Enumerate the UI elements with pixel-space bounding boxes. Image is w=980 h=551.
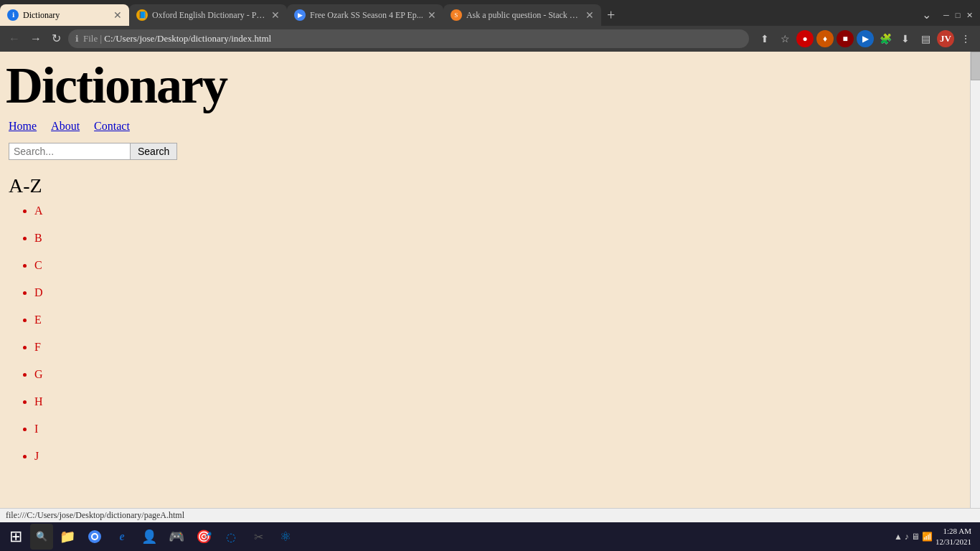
- nav-about[interactable]: About: [51, 120, 80, 133]
- extension-puzzle-icon[interactable]: 🧩: [877, 30, 894, 47]
- tab-close-dictionary[interactable]: ✕: [113, 9, 122, 22]
- letter-link-j[interactable]: J: [34, 450, 39, 462]
- tab-overflow-button[interactable]: ⌄: [918, 4, 936, 26]
- list-item: A: [34, 204, 969, 217]
- list-item: I: [34, 423, 969, 435]
- bookmark-icon[interactable]: ☆: [776, 30, 793, 47]
- az-list: ABCDEFGHIJ: [34, 204, 969, 463]
- search-button[interactable]: Search: [131, 143, 177, 160]
- window-controls: ─ □ ✕: [936, 10, 980, 20]
- tab-oxford[interactable]: 📘 Oxford English Dictionary - PDFD... ✕: [129, 4, 287, 26]
- letter-link-d[interactable]: D: [34, 286, 43, 298]
- forward-button[interactable]: →: [27, 32, 44, 46]
- tab-title-ozark: Free Ozark SS Season 4 EP Ep...: [310, 10, 423, 21]
- close-button[interactable]: ✕: [964, 10, 974, 20]
- list-item: G: [34, 368, 969, 381]
- tab-title-dictionary: Dictionary: [23, 10, 109, 21]
- tab-favicon-dictionary: ℹ: [7, 9, 19, 21]
- page-content: Dictionary Home About Contact Search A-Z…: [0, 52, 980, 522]
- tab-close-stackoverflow[interactable]: ✕: [585, 9, 594, 22]
- toolbar-icons: ⬆ ☆ ● ♦ ■ ▶ 🧩 ⬇ ▤ JV ⋮: [756, 30, 974, 47]
- address-file-label: File |: [83, 33, 104, 44]
- browser-chrome: ℹ Dictionary ✕ 📘 Oxford English Dictiona…: [0, 0, 980, 52]
- tab-close-ozark[interactable]: ✕: [428, 9, 436, 22]
- download-icon[interactable]: ⬇: [897, 30, 914, 47]
- extension-blue-icon[interactable]: ▶: [857, 30, 874, 47]
- nav-links: Home About Contact: [9, 120, 969, 133]
- letter-link-f[interactable]: F: [34, 341, 41, 353]
- user-avatar[interactable]: JV: [937, 30, 954, 47]
- nav-contact[interactable]: Contact: [94, 120, 130, 133]
- tab-close-oxford[interactable]: ✕: [271, 9, 280, 22]
- letter-link-i[interactable]: I: [34, 423, 38, 435]
- tab-bar-right: ⌄ ─ □ ✕: [918, 4, 980, 26]
- az-heading: A-Z: [9, 174, 969, 197]
- list-item: E: [34, 314, 969, 326]
- tab-ozark[interactable]: ▶ Free Ozark SS Season 4 EP Ep... ✕: [287, 4, 443, 26]
- tab-favicon-stackoverflow: S: [451, 9, 462, 21]
- tab-favicon-oxford: 📘: [136, 9, 148, 21]
- extension-red-icon[interactable]: ●: [796, 30, 814, 47]
- address-bar[interactable]: ℹ File | C:/Users/jose/Desktop/dictionar…: [68, 29, 749, 48]
- tab-bar: ℹ Dictionary ✕ 📘 Oxford English Dictiona…: [0, 0, 980, 26]
- tab-stackoverflow[interactable]: S Ask a public question - Stack Ov... ✕: [443, 4, 601, 26]
- search-input[interactable]: [9, 143, 131, 160]
- list-item: F: [34, 341, 969, 354]
- search-row: Search: [9, 143, 969, 160]
- sidebar-icon[interactable]: ▤: [917, 30, 934, 47]
- letter-link-h[interactable]: H: [34, 395, 43, 408]
- list-item: B: [34, 232, 969, 245]
- nav-home[interactable]: Home: [9, 120, 37, 133]
- list-item: J: [34, 450, 969, 463]
- list-item: H: [34, 395, 969, 408]
- share-icon[interactable]: ⬆: [756, 30, 773, 47]
- extension-orange-icon[interactable]: ♦: [816, 30, 834, 47]
- tab-favicon-ozark: ▶: [294, 9, 306, 21]
- address-bar-row: ← → ↻ ℹ File | C:/Users/jose/Desktop/dic…: [0, 26, 980, 52]
- scrollbar[interactable]: [970, 52, 980, 522]
- refresh-button[interactable]: ↻: [49, 32, 64, 46]
- letter-link-a[interactable]: A: [34, 204, 43, 217]
- scrollbar-thumb[interactable]: [971, 52, 980, 80]
- new-tab-button[interactable]: +: [601, 4, 621, 26]
- letter-link-c[interactable]: C: [34, 259, 42, 271]
- maximize-button[interactable]: □: [953, 10, 963, 20]
- address-url: C:/Users/jose/Desktop/dictionary/index.h…: [104, 33, 271, 44]
- info-icon: ℹ: [75, 34, 79, 44]
- letter-link-b[interactable]: B: [34, 232, 42, 244]
- address-text: File | C:/Users/jose/Desktop/dictionary/…: [83, 33, 742, 44]
- site-title: Dictionary: [6, 57, 969, 114]
- tab-title-oxford: Oxford English Dictionary - PDFD...: [152, 10, 267, 21]
- list-item: D: [34, 286, 969, 299]
- tab-dictionary[interactable]: ℹ Dictionary ✕: [0, 4, 129, 26]
- list-item: C: [34, 259, 969, 272]
- extension-darkred-icon[interactable]: ■: [837, 30, 854, 47]
- menu-icon[interactable]: ⋮: [957, 30, 974, 47]
- letter-link-g[interactable]: G: [34, 368, 43, 380]
- minimize-button[interactable]: ─: [941, 10, 951, 20]
- back-button[interactable]: ←: [6, 32, 23, 46]
- tab-title-stackoverflow: Ask a public question - Stack Ov...: [466, 10, 581, 21]
- status-text: file:///C:/Users/jose/Desktop/dictionary…: [6, 510, 184, 521]
- letter-link-e[interactable]: E: [34, 314, 42, 326]
- status-bar: file:///C:/Users/jose/Desktop/dictionary…: [0, 508, 980, 522]
